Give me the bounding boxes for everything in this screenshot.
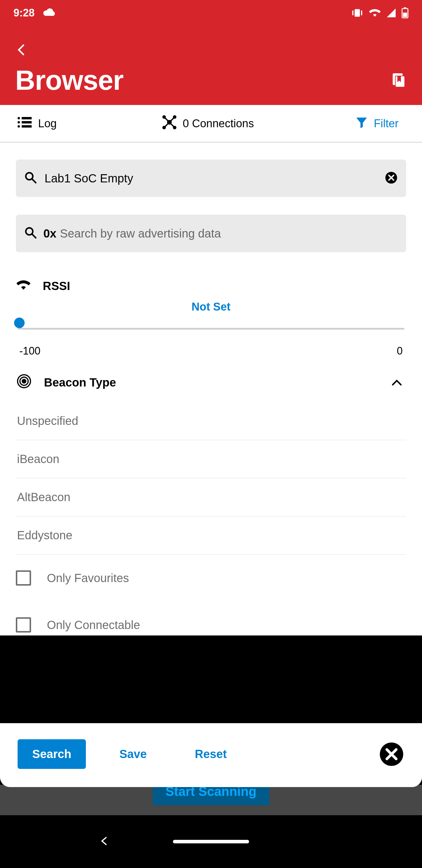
system-nav-bar — [0, 815, 422, 868]
rssi-max: 0 — [397, 345, 403, 357]
vibrate-icon — [351, 8, 363, 18]
funnel-icon — [355, 116, 368, 131]
svg-rect-14 — [22, 125, 32, 128]
battery-icon — [401, 7, 409, 19]
search-name-field[interactable] — [16, 159, 406, 197]
beacon-type-ibeacon[interactable]: iBeacon — [16, 440, 406, 478]
bookmarks-icon[interactable] — [389, 71, 407, 90]
svg-rect-1 — [352, 10, 353, 15]
svg-line-22 — [164, 122, 169, 128]
rssi-icon — [16, 279, 31, 293]
search-name-input[interactable] — [44, 172, 385, 185]
nav-home-pill[interactable] — [173, 840, 249, 843]
rssi-section: RSSI — [16, 270, 406, 301]
connections-label: 0 Connections — [183, 117, 254, 130]
search-button[interactable]: Search — [18, 739, 86, 769]
only-favourites-label: Only Favourites — [47, 571, 129, 585]
only-connectable-row[interactable]: Only Connectable — [16, 601, 406, 636]
start-scanning-button[interactable]: Start Scanning — [153, 785, 270, 805]
app-header: Browser — [0, 26, 422, 105]
only-connectable-label: Only Connectable — [47, 618, 140, 632]
only-favourites-row[interactable]: Only Favourites — [16, 555, 406, 601]
save-button[interactable]: Save — [105, 739, 161, 769]
rssi-label: RSSI — [43, 279, 70, 293]
search-raw-input[interactable] — [60, 227, 398, 240]
checkbox-icon[interactable] — [16, 617, 31, 632]
connections-tab[interactable]: 0 Connections — [131, 115, 285, 132]
back-icon[interactable] — [15, 43, 28, 58]
svg-point-29 — [22, 379, 26, 383]
svg-rect-2 — [361, 10, 362, 15]
log-tab[interactable]: Log — [0, 116, 131, 131]
search-raw-field[interactable]: 0x — [16, 215, 406, 252]
clear-icon[interactable] — [385, 171, 398, 186]
cell-signal-icon — [386, 8, 396, 18]
svg-point-9 — [18, 117, 20, 119]
svg-line-23 — [169, 122, 175, 128]
search-icon — [24, 171, 37, 186]
rssi-min: -100 — [19, 345, 40, 357]
rssi-slider[interactable] — [16, 313, 406, 331]
svg-point-13 — [18, 125, 20, 128]
status-bar: 9:28 — [0, 0, 422, 26]
svg-line-25 — [32, 179, 36, 183]
search-icon — [24, 226, 37, 241]
svg-line-28 — [32, 234, 36, 238]
sheet-bottom-edge — [0, 775, 422, 787]
hex-prefix: 0x — [43, 227, 57, 240]
rssi-value: Not Set — [16, 301, 406, 313]
list-icon — [17, 116, 32, 131]
wifi-icon — [369, 8, 381, 18]
svg-point-11 — [18, 121, 20, 123]
filter-panel: 0x RSSI Not Set -100 0 Beacon Type Unspe… — [0, 143, 422, 636]
checkbox-icon[interactable] — [16, 570, 31, 586]
svg-line-21 — [169, 117, 175, 122]
beacon-label: Beacon Type — [44, 376, 116, 389]
page-title: Browser — [15, 64, 123, 96]
reset-button[interactable]: Reset — [180, 739, 241, 769]
tabs-bar: Log 0 Connections Filter — [0, 105, 422, 143]
chevron-up-icon — [391, 376, 403, 389]
graph-icon — [162, 115, 177, 132]
filter-label: Filter — [374, 117, 398, 130]
svg-rect-0 — [355, 9, 360, 17]
log-label: Log — [38, 117, 57, 130]
svg-rect-12 — [22, 121, 32, 123]
cloud-icon — [43, 8, 56, 18]
svg-rect-10 — [22, 117, 32, 119]
slider-thumb[interactable] — [14, 318, 25, 328]
svg-line-20 — [164, 117, 169, 122]
status-time: 9:28 — [13, 7, 35, 19]
beacon-icon — [16, 373, 32, 392]
svg-rect-5 — [403, 12, 407, 17]
close-icon[interactable] — [379, 741, 404, 767]
beacon-section[interactable]: Beacon Type — [16, 357, 406, 402]
filter-tab[interactable]: Filter — [285, 116, 422, 131]
beacon-type-altbeacon[interactable]: AltBeacon — [16, 478, 406, 517]
beacon-type-eddystone[interactable]: Eddystone — [16, 517, 406, 555]
nav-back-icon[interactable] — [100, 836, 109, 847]
beacon-type-unspecified[interactable]: Unspecified — [16, 402, 406, 440]
background-scrim: Start Scanning — [0, 785, 422, 815]
